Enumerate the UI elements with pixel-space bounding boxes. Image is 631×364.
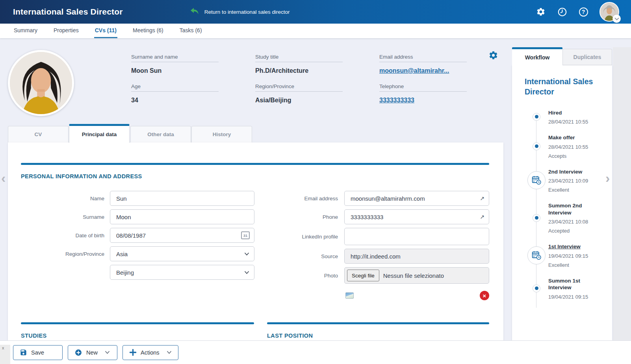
help-glyph: ? xyxy=(582,9,585,15)
header-field-study-title: Study title Ph.D/Architecture xyxy=(255,54,343,74)
plus-circle-icon xyxy=(74,349,82,357)
sidebar-tabs: Workflow Duplicates xyxy=(512,47,612,65)
record-nav-tabs: Summary Properties CVs (11) Meetings (6)… xyxy=(0,24,631,38)
event-note: Excellent xyxy=(548,187,601,193)
email-link[interactable]: moonsun@altamirahr... xyxy=(379,67,467,74)
return-link[interactable]: Return to international sales director xyxy=(190,7,290,17)
chevron-down-icon xyxy=(105,351,110,354)
photo-thumbnail-icon[interactable] xyxy=(345,292,354,299)
phone-input[interactable] xyxy=(345,210,489,224)
tab-workflow[interactable]: Workflow xyxy=(512,47,562,66)
event-date: 23/04/2021 10:09 xyxy=(548,178,601,184)
workflow-event: Hired 28/04/2021 10:55 xyxy=(525,109,608,125)
section-divider xyxy=(21,163,489,165)
open-external-icon[interactable]: ↗ xyxy=(480,195,484,201)
event-date: 28/04/2021 10:55 xyxy=(548,119,601,125)
next-record-chevron-icon[interactable]: › xyxy=(605,171,610,185)
email-input[interactable] xyxy=(345,191,489,205)
avatar-chevron-icon[interactable] xyxy=(612,15,621,23)
source-label: Source xyxy=(260,253,338,259)
header-field-telephone: Telephone 3333333333 xyxy=(379,83,467,104)
section-title-last-position: LAST POSITION xyxy=(267,333,489,339)
plus-icon xyxy=(129,349,137,356)
save-button[interactable]: Save xyxy=(13,345,63,360)
tab-properties[interactable]: Properties xyxy=(53,24,80,38)
event-date: 19/04/2021 09:15 xyxy=(548,294,601,300)
section-divider xyxy=(267,322,489,324)
prev-record-chevron-icon[interactable]: ‹ xyxy=(1,171,6,185)
top-header-bar: International Sales Director Return to i… xyxy=(0,0,631,24)
field-label: Email address xyxy=(379,54,467,62)
city-select-value: Beijing xyxy=(116,269,134,276)
choose-file-button[interactable]: Scegli file xyxy=(347,270,379,281)
subtab-history[interactable]: History xyxy=(191,126,252,143)
user-avatar[interactable] xyxy=(599,2,619,22)
tab-duplicates[interactable]: Duplicates xyxy=(562,49,612,65)
history-clock-icon[interactable] xyxy=(557,7,567,17)
workflow-panel: International Sales Director Hired 28/04… xyxy=(512,65,612,340)
field-label: Surname and name xyxy=(131,54,219,62)
tab-meetings[interactable]: Meetings (6) xyxy=(132,24,164,38)
region-province-label: Region/Province xyxy=(21,251,104,257)
open-external-icon[interactable]: ↗ xyxy=(480,214,484,220)
return-link-label: Return to international sales director xyxy=(204,9,290,15)
settings-gear-icon[interactable] xyxy=(536,7,546,17)
field-label: Telephone xyxy=(379,83,467,92)
right-gutter xyxy=(613,47,631,340)
subtab-principal-data[interactable]: Principal data xyxy=(69,124,130,143)
event-date: 23/04/2021 10:08 xyxy=(548,219,601,225)
help-icon[interactable]: ? xyxy=(578,7,588,17)
event-title-link[interactable]: 1st Interview xyxy=(548,243,601,250)
header-field-surname-name: Surname and name Moon Sun xyxy=(131,54,219,74)
date-of-birth-label: Date of birth xyxy=(21,233,104,238)
region-select[interactable]: Asia xyxy=(110,246,254,261)
corner-x-text: x xyxy=(2,346,4,350)
chevron-down-icon xyxy=(167,351,172,354)
email-label: Email address xyxy=(260,196,338,201)
date-of-birth-input[interactable] xyxy=(110,228,254,242)
tab-summary[interactable]: Summary xyxy=(13,24,38,38)
linkedin-label: LinkedIn profile xyxy=(260,234,338,240)
field-label: Age xyxy=(131,83,219,92)
workflow-timeline: Hired 28/04/2021 10:55 Make offer 28/04/… xyxy=(525,109,608,300)
linkedin-input[interactable] xyxy=(345,228,489,245)
tab-cvs[interactable]: CVs (11) xyxy=(94,24,117,38)
calendar-picker-icon[interactable]: 31 xyxy=(241,231,250,239)
event-title: Make offer xyxy=(548,134,601,141)
source-input xyxy=(345,249,489,263)
field-value: Asia/Beijing xyxy=(255,97,343,104)
subtab-other-data[interactable]: Other data xyxy=(130,126,191,143)
studies-section: STUDIES xyxy=(21,322,254,339)
event-note: Excellent xyxy=(548,262,601,268)
subtab-cv[interactable]: CV xyxy=(8,126,69,143)
telephone-link[interactable]: 3333333333 xyxy=(379,97,467,104)
name-input[interactable] xyxy=(110,191,254,205)
new-button[interactable]: New xyxy=(68,345,117,360)
form-right-column: Email address ↗ Phone ↗ xyxy=(260,191,489,304)
field-value: Ph.D/Architecture xyxy=(255,67,343,74)
candidate-settings-gear-icon[interactable] xyxy=(488,50,498,62)
event-title: Summon 2nd Interview xyxy=(548,202,601,216)
timeline-dot-icon xyxy=(533,113,540,121)
delete-photo-icon[interactable]: × xyxy=(480,291,489,300)
last-position-section: LAST POSITION xyxy=(267,322,489,339)
cv-subtabs: CV Principal data Other data History xyxy=(8,124,503,142)
save-button-label: Save xyxy=(31,349,44,356)
photo-file-field[interactable]: Scegli file Nessun file selezionato xyxy=(344,267,489,284)
actions-button[interactable]: Actions xyxy=(122,345,178,360)
actions-button-label: Actions xyxy=(141,349,160,356)
city-select[interactable]: Beijing xyxy=(110,265,254,280)
workflow-event: Summon 1st Interview 19/04/2021 09:15 xyxy=(525,277,608,300)
event-note: Accepted xyxy=(548,228,601,234)
workflow-event: 1st Interview 19/04/2021 09:15 Excellent xyxy=(525,243,608,268)
header-field-age: Age 34 xyxy=(131,83,219,104)
no-file-text: Nessun file selezionato xyxy=(383,272,444,279)
header-field-email: Email address moonsun@altamirahr... xyxy=(379,54,467,74)
surname-input[interactable] xyxy=(110,210,254,224)
field-label: Study title xyxy=(255,54,343,62)
event-title: Hired xyxy=(548,109,601,116)
tab-tasks[interactable]: Tasks (6) xyxy=(179,24,203,38)
principal-data-panel: PERSONAL INFORMATION AND ADDRESS Name Su… xyxy=(8,142,503,340)
workflow-sidebar: Workflow Duplicates International Sales … xyxy=(512,47,612,340)
candidate-photo xyxy=(8,50,74,116)
